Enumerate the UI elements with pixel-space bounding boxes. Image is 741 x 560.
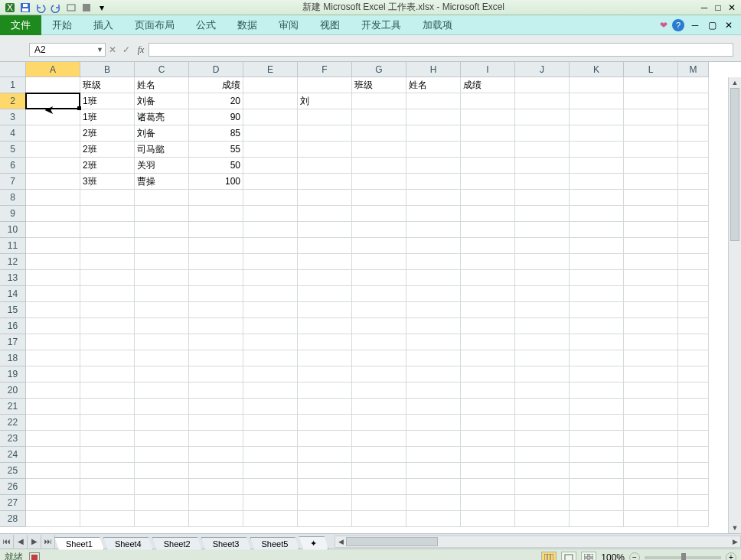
- zoom-level[interactable]: 100%: [601, 552, 625, 561]
- cell-K12[interactable]: [570, 254, 624, 270]
- cell-L8[interactable]: [624, 190, 678, 206]
- cell-E2[interactable]: [243, 93, 298, 109]
- cell-D21[interactable]: [189, 399, 243, 415]
- cell-C26[interactable]: [135, 479, 189, 495]
- cell-J24[interactable]: [515, 447, 570, 463]
- cell-M9[interactable]: [678, 206, 709, 222]
- qat-item-2[interactable]: [80, 2, 93, 14]
- cell-A24[interactable]: [26, 447, 80, 463]
- cell-K28[interactable]: [570, 511, 624, 527]
- cell-D10[interactable]: [189, 222, 243, 238]
- sheet-tab-Sheet1[interactable]: Sheet1: [54, 537, 104, 550]
- cell-B25[interactable]: [80, 463, 135, 479]
- cell-D6[interactable]: 50: [189, 158, 243, 174]
- cell-D14[interactable]: [189, 286, 243, 302]
- cell-J26[interactable]: [515, 479, 570, 495]
- cell-H1[interactable]: 姓名: [406, 77, 461, 93]
- cell-B13[interactable]: [80, 270, 135, 286]
- cell-J19[interactable]: [515, 366, 570, 383]
- column-header-M[interactable]: M: [678, 62, 709, 77]
- cell-C16[interactable]: [135, 318, 189, 334]
- cell-E11[interactable]: [243, 238, 298, 254]
- cell-D3[interactable]: 90: [189, 109, 243, 125]
- cell-E23[interactable]: [243, 431, 298, 447]
- cell-C13[interactable]: [135, 270, 189, 286]
- cell-B28[interactable]: [80, 511, 135, 527]
- cell-E8[interactable]: [243, 190, 298, 206]
- cell-G24[interactable]: [352, 447, 406, 463]
- cell-L4[interactable]: [624, 125, 678, 142]
- cell-H26[interactable]: [406, 479, 461, 495]
- ribbon-tab-0[interactable]: 开始: [41, 16, 83, 34]
- row-header-24[interactable]: 24: [0, 447, 26, 463]
- cell-H15[interactable]: [406, 302, 461, 318]
- macro-record-icon[interactable]: [29, 552, 40, 561]
- cell-E24[interactable]: [243, 447, 298, 463]
- redo-icon[interactable]: [49, 2, 63, 14]
- cell-K9[interactable]: [570, 206, 624, 222]
- cell-L18[interactable]: [624, 350, 678, 366]
- cell-D13[interactable]: [189, 270, 243, 286]
- cell-F24[interactable]: [298, 447, 352, 463]
- cell-C5[interactable]: 司马懿: [135, 142, 189, 158]
- cell-K22[interactable]: [570, 415, 624, 431]
- row-header-15[interactable]: 15: [0, 302, 26, 318]
- cell-F5[interactable]: [298, 142, 352, 158]
- column-header-H[interactable]: H: [406, 62, 461, 77]
- cell-I8[interactable]: [461, 190, 515, 206]
- cell-E18[interactable]: [243, 350, 298, 366]
- horizontal-scrollbar[interactable]: ◀ ▶: [335, 536, 741, 548]
- cell-L25[interactable]: [624, 463, 678, 479]
- file-tab[interactable]: 文件: [0, 15, 41, 35]
- cell-D8[interactable]: [189, 190, 243, 206]
- cell-L6[interactable]: [624, 158, 678, 174]
- cell-I2[interactable]: [461, 93, 515, 109]
- cell-C14[interactable]: [135, 286, 189, 302]
- cell-L16[interactable]: [624, 318, 678, 334]
- cell-I4[interactable]: [461, 125, 515, 142]
- cell-H14[interactable]: [406, 286, 461, 302]
- cell-C21[interactable]: [135, 399, 189, 415]
- cell-L7[interactable]: [624, 174, 678, 190]
- cell-B26[interactable]: [80, 479, 135, 495]
- cell-J16[interactable]: [515, 318, 570, 334]
- cell-C4[interactable]: 刘备: [135, 125, 189, 142]
- row-header-12[interactable]: 12: [0, 254, 26, 270]
- row-header-9[interactable]: 9: [0, 206, 26, 222]
- cell-H21[interactable]: [406, 399, 461, 415]
- sheet-nav-next-icon[interactable]: ▶: [28, 535, 41, 549]
- formula-cancel-icon[interactable]: ✕: [106, 44, 119, 55]
- cell-D1[interactable]: 成绩: [189, 77, 243, 93]
- cell-B23[interactable]: [80, 431, 135, 447]
- cell-B12[interactable]: [80, 254, 135, 270]
- ribbon-tab-1[interactable]: 插入: [83, 16, 124, 34]
- cell-M10[interactable]: [678, 222, 709, 238]
- cell-C19[interactable]: [135, 366, 189, 383]
- excel-icon[interactable]: X: [3, 2, 17, 14]
- cell-C6[interactable]: 关羽: [135, 158, 189, 174]
- cell-I6[interactable]: [461, 158, 515, 174]
- cell-G20[interactable]: [352, 383, 406, 399]
- cell-M12[interactable]: [678, 254, 709, 270]
- row-header-1[interactable]: 1: [0, 77, 26, 93]
- cell-A5[interactable]: [26, 142, 80, 158]
- cell-F9[interactable]: [298, 206, 352, 222]
- cell-E7[interactable]: [243, 174, 298, 190]
- cell-A26[interactable]: [26, 479, 80, 495]
- cell-H12[interactable]: [406, 254, 461, 270]
- cell-E26[interactable]: [243, 479, 298, 495]
- cell-I11[interactable]: [461, 238, 515, 254]
- cell-F13[interactable]: [298, 270, 352, 286]
- column-header-G[interactable]: G: [352, 62, 406, 77]
- cell-I13[interactable]: [461, 270, 515, 286]
- cell-K26[interactable]: [570, 479, 624, 495]
- help-icon[interactable]: ?: [672, 19, 684, 31]
- cell-C12[interactable]: [135, 254, 189, 270]
- cell-I25[interactable]: [461, 463, 515, 479]
- ribbon-close-button[interactable]: ✕: [723, 20, 735, 31]
- row-header-14[interactable]: 14: [0, 286, 26, 302]
- cell-D26[interactable]: [189, 479, 243, 495]
- name-box[interactable]: A2 ▼: [29, 43, 106, 57]
- cell-M19[interactable]: [678, 366, 709, 383]
- cell-I7[interactable]: [461, 174, 515, 190]
